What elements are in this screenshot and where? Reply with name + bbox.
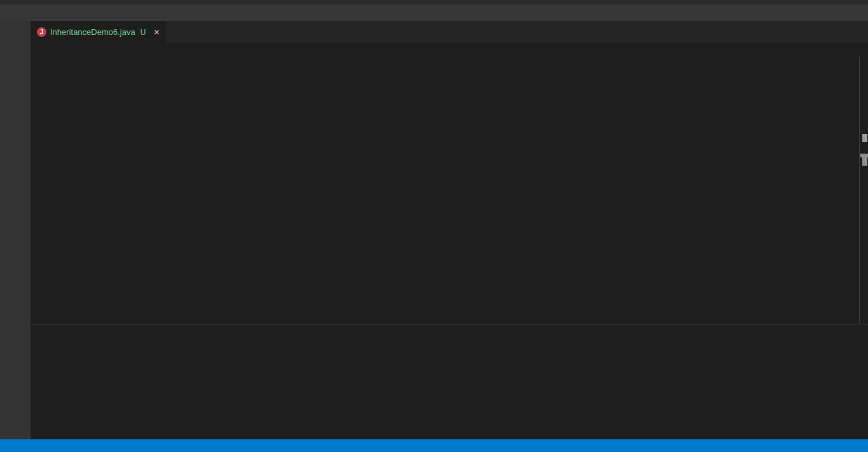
tab-close-icon[interactable]: ✕: [153, 28, 159, 37]
status-bar: [0, 439, 868, 452]
code-editor[interactable]: [31, 57, 868, 324]
tab-inheritancedemo6[interactable]: J InheritanceDemo6.java U ✕: [31, 21, 166, 43]
tab-git-status-badge: U: [140, 28, 146, 37]
breadcrumb: [31, 43, 868, 57]
panel-header: [31, 324, 868, 343]
activity-bar: [0, 21, 31, 439]
bottom-panel: [31, 324, 868, 439]
minimap[interactable]: [786, 57, 859, 321]
titlebar-strip: [0, 0, 868, 4]
overview-marker: [862, 157, 867, 166]
java-file-icon: J: [37, 27, 46, 37]
editor-area: J InheritanceDemo6.java U ✕: [31, 21, 868, 324]
overview-marker: [862, 134, 867, 142]
overview-ruler[interactable]: [859, 57, 868, 324]
menu-bar: [0, 4, 868, 21]
tab-label: InheritanceDemo6.java: [50, 27, 135, 37]
vscode-window: J InheritanceDemo6.java U ✕: [0, 0, 868, 452]
terminal-output[interactable]: [31, 343, 796, 440]
tab-bar: J InheritanceDemo6.java U ✕: [31, 21, 868, 43]
